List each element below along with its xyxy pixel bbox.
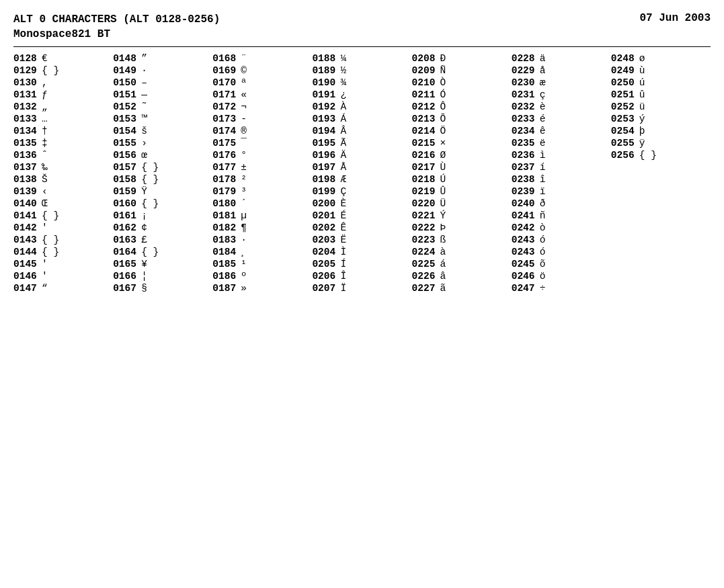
char-value: © (241, 65, 255, 76)
char-row: 0161¡ (113, 210, 212, 222)
char-row: 0129{ } (13, 65, 113, 77)
char-row: 0159Ÿ (113, 185, 212, 198)
char-value: ˜ (141, 101, 156, 112)
char-code: 0179 (212, 186, 241, 197)
char-code: 0232 (512, 101, 540, 112)
char-value: þ (639, 126, 654, 136)
char-row: 0233é (512, 113, 611, 125)
char-code: 0187 (212, 283, 241, 294)
char-value: ¸ (241, 247, 255, 257)
char-row: 0242ò (512, 222, 611, 234)
char-code: 0158 (113, 174, 141, 185)
char-code: 0229 (512, 65, 540, 76)
char-row: 0230æ (512, 77, 611, 89)
char-code: 0256 (611, 150, 639, 161)
char-code: 0135 (13, 138, 42, 149)
char-value: ø (639, 53, 654, 64)
char-value: È (340, 198, 355, 209)
char-code: 0223 (412, 235, 440, 245)
char-row: 0234ê (512, 125, 611, 137)
char-code: 0210 (412, 77, 440, 88)
char-code: 0177 (212, 162, 241, 173)
char-row: 0223ß (412, 234, 512, 246)
char-value: Â (340, 126, 355, 136)
char-value: ¨ (241, 53, 255, 64)
char-code: 0249 (611, 65, 639, 76)
char-row: 0255ÿ (611, 137, 711, 149)
char-value: Õ (440, 114, 455, 124)
char-value: ç (540, 89, 555, 100)
char-value: ï (540, 186, 555, 197)
char-row: 0231ç (512, 89, 611, 101)
char-value: ó (540, 235, 555, 245)
char-row: 0194Â (312, 125, 411, 137)
char-value: œ (141, 150, 156, 161)
char-code: 0155 (113, 138, 141, 149)
char-value: é (540, 114, 555, 124)
char-value: { } (141, 247, 159, 257)
char-value: Ñ (440, 65, 455, 76)
char-code: 0151 (113, 89, 141, 100)
char-code: 0216 (412, 150, 440, 161)
char-code: 0131 (13, 89, 42, 100)
char-value: ' (42, 259, 56, 269)
char-code: 0241 (512, 210, 540, 221)
char-code: 0198 (312, 174, 340, 185)
char-value: à (440, 247, 455, 257)
char-value: æ (540, 77, 555, 88)
char-row: 0200È (312, 198, 411, 210)
char-row: 0204Ì (312, 246, 411, 258)
char-code: 0193 (312, 114, 340, 124)
char-code: 0134 (13, 126, 42, 136)
char-row: 0215× (412, 137, 512, 149)
char-value: º (241, 271, 255, 282)
char-value: ÿ (639, 138, 654, 149)
column-4: 0208Ð0209Ñ0210Ò0211Ó0212Ô0213Õ0214Ö0215×… (412, 52, 512, 294)
char-code: 0209 (412, 65, 440, 76)
char-code: 0213 (412, 114, 440, 124)
char-value: Ä (340, 150, 355, 161)
char-value: ó (540, 247, 555, 257)
char-code: 0153 (113, 114, 141, 124)
char-value: , (42, 77, 56, 88)
char-code: 0203 (312, 235, 340, 245)
char-row: 0217Ù (412, 161, 512, 173)
char-row: 0182¶ (212, 222, 312, 234)
char-code: 0227 (412, 283, 440, 294)
char-row: 0187» (212, 282, 312, 294)
char-code: 0156 (113, 150, 141, 161)
char-row: 0162¢ (113, 222, 212, 234)
char-value: ˆ (42, 150, 56, 161)
char-code: 0239 (512, 186, 540, 197)
char-row: 0189½ (312, 65, 411, 77)
char-value: ¶ (241, 222, 255, 233)
char-row: 0165¥ (113, 258, 212, 270)
char-value: ™ (141, 114, 156, 124)
char-code: 0247 (512, 283, 540, 294)
char-row: 0220Ü (412, 198, 512, 210)
char-row: 0229å (512, 65, 611, 77)
char-code: 0243 (512, 235, 540, 245)
char-code: 0159 (113, 186, 141, 197)
char-row: 0241ñ (512, 210, 611, 222)
char-row: 0240ð (512, 198, 611, 210)
char-code: 0255 (611, 138, 639, 149)
char-row: 0248ø (611, 52, 711, 65)
char-code: 0237 (512, 162, 540, 173)
char-row: 0252ü (611, 101, 711, 113)
char-row: 0147“ (13, 282, 113, 294)
char-code: 0168 (212, 53, 241, 64)
char-value: À (340, 101, 355, 112)
column-6: 0248ø0249ù0250ú0251û0252ü0253ý0254þ0255ÿ… (611, 52, 711, 294)
char-row: 0180´ (212, 198, 312, 210)
char-value: µ (241, 210, 255, 221)
char-value: – (141, 77, 156, 88)
char-code: 0176 (212, 150, 241, 161)
char-row: 0210Ò (412, 77, 512, 89)
char-code: 0142 (13, 222, 42, 233)
char-code: 0138 (13, 174, 42, 185)
char-value: ð (540, 198, 555, 209)
char-row: 0226â (412, 270, 512, 282)
char-code: 0132 (13, 101, 42, 112)
char-value: ' (42, 222, 56, 233)
